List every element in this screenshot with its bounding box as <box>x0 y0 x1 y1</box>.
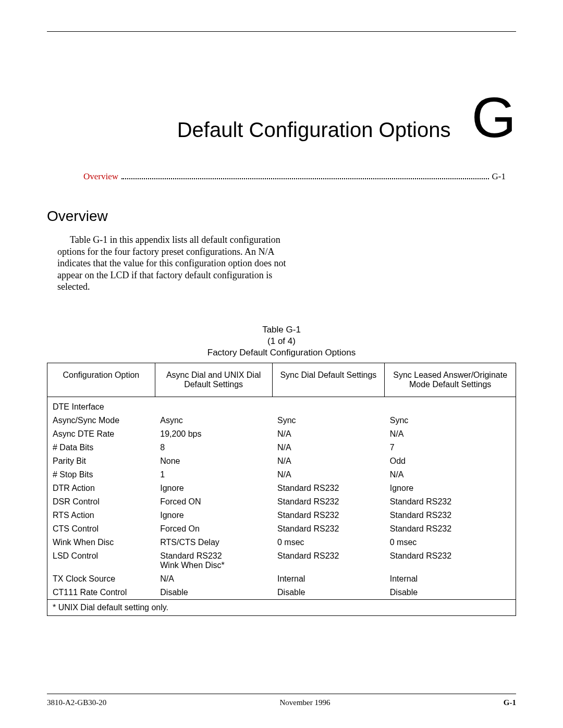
chapter-letter: G <box>471 94 516 140</box>
footer-date: November 1996 <box>279 698 330 707</box>
cell-syncleased: Internal <box>385 572 516 586</box>
table-caption-line3: Factory Default Configuration Options <box>207 348 356 357</box>
cell-syncdial: 0 msec <box>272 536 385 549</box>
cell-option: Parity Bit <box>47 454 155 468</box>
table-row: DTR Action Ignore Standard RS232 Ignore <box>47 482 516 495</box>
cell-option: # Stop Bits <box>47 468 155 482</box>
table-row: Async DTE Rate 19,200 bps N/A N/A <box>47 427 516 441</box>
cell-async-line2: Wink When Disc* <box>160 561 267 570</box>
section-label: DTE Interface <box>47 397 155 414</box>
cell-syncdial: Disable <box>272 586 385 600</box>
top-rule <box>47 31 516 32</box>
footer-page-number: G-1 <box>504 698 516 707</box>
toc-page: G-1 <box>492 171 506 182</box>
config-table: Configuration Option Async Dial and UNIX… <box>47 363 516 616</box>
table-row: # Stop Bits 1 N/A N/A <box>47 468 516 482</box>
cell-option: CTS Control <box>47 522 155 536</box>
cell-async: Async <box>155 414 272 427</box>
table-row: DSR Control Forced ON Standard RS232 Sta… <box>47 495 516 509</box>
cell-option: CT111 Rate Control <box>47 586 155 600</box>
cell-option: Async/Sync Mode <box>47 414 155 427</box>
cell-async: 19,200 bps <box>155 427 272 441</box>
chapter-title: Default Configuration Options <box>177 119 451 140</box>
cell-syncleased: Ignore <box>385 482 516 495</box>
cell-async-line1: Standard RS232 <box>160 551 222 560</box>
cell-async: 1 <box>155 468 272 482</box>
table-section-row: DTE Interface <box>47 397 516 414</box>
overview-paragraph: Table G-1 in this appendix lists all def… <box>57 234 302 293</box>
chapter-header: Default Configuration Options G <box>47 94 516 140</box>
toc-label[interactable]: Overview <box>83 171 118 182</box>
cell-syncleased: N/A <box>385 427 516 441</box>
cell-syncleased: Standard RS232 <box>385 495 516 509</box>
table-row: TX Clock Source N/A Internal Internal <box>47 572 516 586</box>
cell-option: DSR Control <box>47 495 155 509</box>
col-header-option: Configuration Option <box>47 363 155 397</box>
table-caption: Table G-1 (1 of 4) Factory Default Confi… <box>47 324 516 359</box>
cell-syncleased: N/A <box>385 468 516 482</box>
table-header-row: Configuration Option Async Dial and UNIX… <box>47 363 516 397</box>
table-row: RTS Action Ignore Standard RS232 Standar… <box>47 509 516 522</box>
cell-syncdial: Standard RS232 <box>272 482 385 495</box>
cell-syncleased: Odd <box>385 454 516 468</box>
cell-async: Forced ON <box>155 495 272 509</box>
cell-syncleased: 7 <box>385 441 516 454</box>
cell-syncleased: Standard RS232 <box>385 509 516 522</box>
cell-async: Ignore <box>155 482 272 495</box>
toc-dots <box>121 178 489 179</box>
cell-syncleased: Disable <box>385 586 516 600</box>
cell-syncdial: Standard RS232 <box>272 522 385 536</box>
table-row: CT111 Rate Control Disable Disable Disab… <box>47 586 516 600</box>
cell-async: 8 <box>155 441 272 454</box>
col-header-syncleased: Sync Leased Answer/Originate Mode Defaul… <box>385 363 516 397</box>
cell-async: N/A <box>155 572 272 586</box>
cell-syncdial: Standard RS232 <box>272 509 385 522</box>
cell-async: RTS/CTS Delay <box>155 536 272 549</box>
cell-syncdial: Standard RS232 <box>272 549 385 572</box>
footer-doc-id: 3810-A2-GB30-20 <box>47 698 106 707</box>
cell-async: Disable <box>155 586 272 600</box>
table-caption-line1: Table G-1 <box>262 325 301 335</box>
cell-option: TX Clock Source <box>47 572 155 586</box>
cell-syncleased: 0 msec <box>385 536 516 549</box>
cell-option: Async DTE Rate <box>47 427 155 441</box>
table-row: Wink When Disc RTS/CTS Delay 0 msec 0 ms… <box>47 536 516 549</box>
table-row: CTS Control Forced On Standard RS232 Sta… <box>47 522 516 536</box>
table-row: Async/Sync Mode Async Sync Sync <box>47 414 516 427</box>
col-header-async: Async Dial and UNIX Dial Default Setting… <box>155 363 272 397</box>
table-row: LSD Control Standard RS232 Wink When Dis… <box>47 549 516 572</box>
table-footnote-row: * UNIX Dial default setting only. <box>47 599 516 615</box>
cell-option: LSD Control <box>47 549 155 572</box>
cell-option: # Data Bits <box>47 441 155 454</box>
cell-syncdial: Standard RS232 <box>272 495 385 509</box>
cell-async: Forced On <box>155 522 272 536</box>
cell-syncdial: Internal <box>272 572 385 586</box>
cell-syncdial: N/A <box>272 468 385 482</box>
cell-syncdial: N/A <box>272 441 385 454</box>
col-header-syncdial: Sync Dial Default Settings <box>272 363 385 397</box>
cell-async: None <box>155 454 272 468</box>
cell-option: Wink When Disc <box>47 536 155 549</box>
cell-async: Ignore <box>155 509 272 522</box>
table-row: # Data Bits 8 N/A 7 <box>47 441 516 454</box>
cell-async: Standard RS232 Wink When Disc* <box>155 549 272 572</box>
cell-syncleased: Standard RS232 <box>385 522 516 536</box>
footer-rule <box>47 694 516 694</box>
cell-syncdial: Sync <box>272 414 385 427</box>
cell-syncleased: Standard RS232 <box>385 549 516 572</box>
cell-syncleased: Sync <box>385 414 516 427</box>
table-row: Parity Bit None N/A Odd <box>47 454 516 468</box>
page-footer: 3810-A2-GB30-20 November 1996 G-1 <box>47 694 516 707</box>
toc-entry: Overview G-1 <box>83 171 506 182</box>
cell-syncdial: N/A <box>272 427 385 441</box>
table-caption-line2: (1 of 4) <box>267 336 296 346</box>
table-footnote: * UNIX Dial default setting only. <box>47 599 516 615</box>
cell-syncdial: N/A <box>272 454 385 468</box>
section-heading: Overview <box>47 208 516 225</box>
cell-option: RTS Action <box>47 509 155 522</box>
cell-option: DTR Action <box>47 482 155 495</box>
